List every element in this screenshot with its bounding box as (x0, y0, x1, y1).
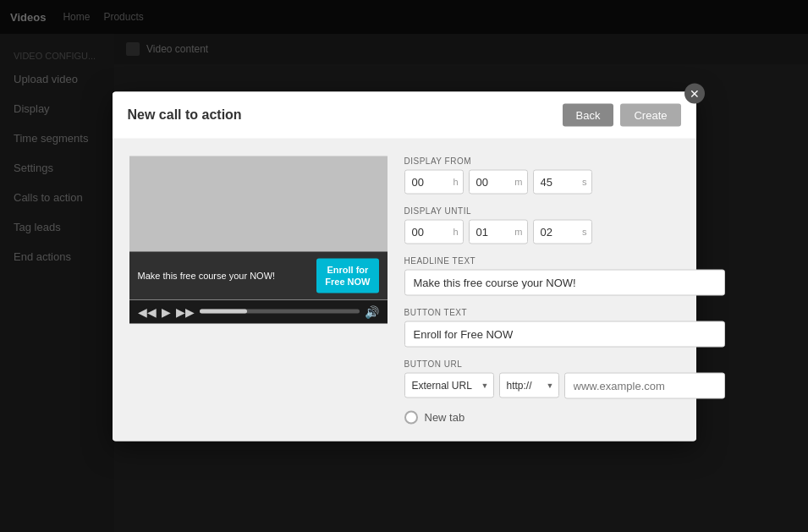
display-until-seconds[interactable] (533, 219, 592, 244)
skip-button[interactable]: ▶▶ (176, 304, 195, 318)
headline-text-input[interactable] (404, 269, 725, 295)
close-button[interactable]: ✕ (684, 83, 705, 103)
display-from-hours-wrap: h (404, 169, 464, 194)
video-cta-btn-line2: Free NOW (325, 277, 370, 287)
button-text-label: BUTTON TEXT (404, 307, 725, 316)
video-screen: Make this free course your NOW! Enroll f… (129, 156, 388, 299)
display-from-label: DISPLAY FROM (404, 156, 725, 165)
display-until-minutes[interactable] (469, 219, 528, 244)
display-from-inputs: h m s (404, 169, 725, 194)
progress-bar[interactable] (200, 310, 360, 314)
url-protocol-select[interactable]: http:// https:// (499, 373, 559, 398)
url-protocol-wrap: http:// https:// (499, 373, 559, 398)
url-type-select[interactable]: External URL Internal URL (404, 373, 494, 398)
display-from-hours[interactable] (404, 169, 464, 194)
progress-bar-fill (200, 310, 248, 314)
volume-icon[interactable]: 🔊 (365, 304, 379, 318)
form-fields: DISPLAY FROM h m s (404, 156, 725, 424)
display-until-row: DISPLAY UNTIL h m s (404, 206, 725, 244)
new-tab-radio[interactable] (404, 410, 418, 424)
modal-header-buttons: Back Create (563, 103, 681, 126)
button-url-row: BUTTON URL External URL Internal URL htt… (404, 359, 725, 398)
video-cta-button[interactable]: Enroll for Free NOW (316, 258, 378, 293)
url-row: External URL Internal URL http:// https:… (404, 372, 725, 398)
display-from-minutes-wrap: m (469, 169, 528, 194)
video-preview: Make this free course your NOW! Enroll f… (129, 156, 388, 424)
video-cta-overlay: Make this free course your NOW! Enroll f… (129, 251, 388, 299)
url-type-wrap: External URL Internal URL (404, 373, 494, 398)
display-from-seconds-wrap: s (533, 169, 592, 194)
button-text-row: BUTTON TEXT (404, 307, 725, 347)
back-button[interactable]: Back (563, 103, 614, 126)
video-cta-btn-line1: Enroll for (327, 264, 368, 274)
display-until-inputs: h m s (404, 219, 725, 244)
video-cta-headline: Make this free course your NOW! (138, 271, 276, 281)
modal-body: Make this free course your NOW! Enroll f… (113, 139, 696, 441)
headline-text-row: HEADLINE TEXT (404, 255, 725, 295)
new-tab-label: New tab (425, 411, 465, 424)
display-until-label: DISPLAY UNTIL (404, 206, 725, 215)
display-until-hours[interactable] (404, 219, 464, 244)
button-text-input[interactable] (404, 321, 725, 347)
modal-new-cta: ✕ New call to action Back Create Make th… (113, 91, 696, 441)
headline-text-label: HEADLINE TEXT (404, 255, 725, 265)
display-from-seconds[interactable] (533, 169, 592, 194)
display-from-minutes[interactable] (469, 169, 528, 194)
modal-title: New call to action (128, 107, 242, 123)
display-until-hours-wrap: h (404, 219, 464, 244)
create-button[interactable]: Create (620, 103, 680, 126)
modal-header: New call to action Back Create (113, 91, 696, 139)
display-from-row: DISPLAY FROM h m s (404, 156, 725, 194)
url-input[interactable] (564, 372, 725, 398)
display-until-seconds-wrap: s (533, 219, 592, 244)
video-controls: ◀◀ ▶ ▶▶ 🔊 (129, 299, 388, 323)
play-button[interactable]: ▶ (162, 304, 171, 318)
new-tab-row: New tab (404, 410, 725, 424)
button-url-label: BUTTON URL (404, 359, 725, 368)
rewind-button[interactable]: ◀◀ (138, 304, 157, 318)
display-until-minutes-wrap: m (469, 219, 528, 244)
